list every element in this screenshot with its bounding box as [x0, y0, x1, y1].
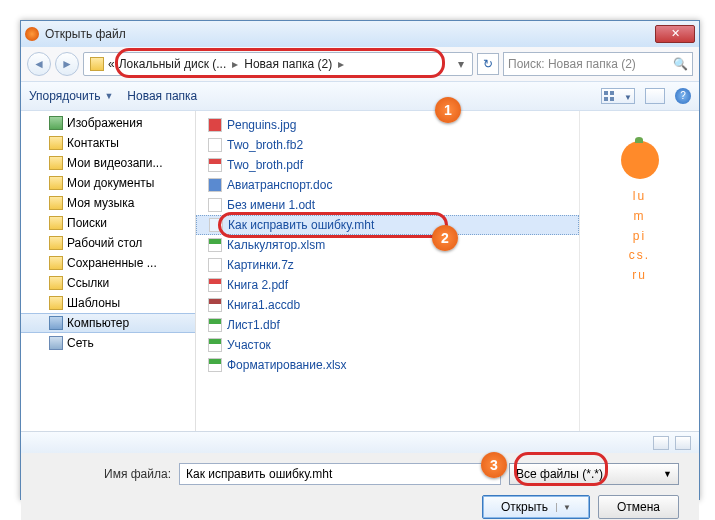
filename-input[interactable] [179, 463, 501, 485]
tree-node[interactable]: Изображения [21, 113, 195, 133]
file-name: Книга1.accdb [227, 298, 300, 312]
refresh-button[interactable]: ↻ [477, 53, 499, 75]
folder-icon [49, 196, 63, 210]
file-row[interactable]: Книга1.accdb [196, 295, 579, 315]
tree-node[interactable]: Моя музыка [21, 193, 195, 213]
folder-icon [49, 176, 63, 190]
tree-label: Мои видеозапи... [67, 156, 163, 170]
tree-node[interactable]: Контакты [21, 133, 195, 153]
file-icon [208, 118, 222, 132]
file-name: Форматирование.xlsx [227, 358, 347, 372]
file-row[interactable]: Форматирование.xlsx [196, 355, 579, 375]
status-bar [21, 431, 699, 453]
file-name: Участок [227, 338, 271, 352]
search-placeholder: Поиск: Новая папка (2) [508, 57, 636, 71]
file-icon [208, 338, 222, 352]
search-icon: 🔍 [673, 57, 688, 71]
help-button[interactable]: ? [675, 88, 691, 104]
tree-node[interactable]: Сохраненные ... [21, 253, 195, 273]
file-name: Без имени 1.odt [227, 198, 315, 212]
folder-icon [49, 336, 63, 350]
file-name: Two_broth.fb2 [227, 138, 303, 152]
cancel-button[interactable]: Отмена [598, 495, 679, 519]
new-folder-button[interactable]: Новая папка [127, 89, 197, 103]
breadcrumb-seg1[interactable]: Локальный диск (... [119, 57, 227, 71]
file-row[interactable]: Two_broth.fb2 [196, 135, 579, 155]
tree-node[interactable]: Поиски [21, 213, 195, 233]
file-open-dialog: Открыть файл ✕ ◄ ► « Локальный диск (...… [20, 20, 700, 500]
file-row[interactable]: Лист1.dbf [196, 315, 579, 335]
file-name: Книга 2.pdf [227, 278, 288, 292]
tree-label: Рабочий стол [67, 236, 142, 250]
chevron-right-icon: ▸ [336, 57, 346, 71]
drive-icon [90, 57, 104, 71]
titlebar: Открыть файл ✕ [21, 21, 699, 47]
file-icon [209, 218, 223, 232]
tree-node[interactable]: Шаблоны [21, 293, 195, 313]
folder-icon [49, 276, 63, 290]
folder-icon [49, 116, 63, 130]
tree-node[interactable]: Рабочий стол [21, 233, 195, 253]
back-button[interactable]: ◄ [27, 52, 51, 76]
tree-label: Моя музыка [67, 196, 134, 210]
tree-label: Шаблоны [67, 296, 120, 310]
file-name: Калькулятор.xlsm [227, 238, 325, 252]
open-button[interactable]: Открыть ▼ [482, 495, 590, 519]
file-icon [208, 138, 222, 152]
organize-button[interactable]: Упорядочить▼ [29, 89, 113, 103]
file-filter-dropdown[interactable]: Все файлы (*.*) ▼ [509, 463, 679, 485]
tree-label: Изображения [67, 116, 142, 130]
breadcrumb-root: « [108, 57, 115, 71]
folder-icon [49, 296, 63, 310]
breadcrumb-dropdown-icon[interactable]: ▾ [456, 57, 466, 71]
tree-node[interactable]: Сеть [21, 333, 195, 353]
chevron-down-icon: ▼ [556, 503, 571, 512]
file-row[interactable]: Penguins.jpg [196, 115, 579, 135]
tree-label: Мои документы [67, 176, 154, 190]
chevron-down-icon: ▼ [104, 91, 113, 101]
file-icon [208, 198, 222, 212]
preview-pane-button[interactable] [645, 88, 665, 104]
file-icon [208, 238, 222, 252]
file-icon [208, 318, 222, 332]
close-button[interactable]: ✕ [655, 25, 695, 43]
file-row[interactable]: Авиатранспорт.doc [196, 175, 579, 195]
breadcrumb[interactable]: « Локальный диск (... ▸ Новая папка (2) … [83, 52, 473, 76]
tree-node[interactable]: Компьютер [21, 313, 195, 333]
preview-pane: lu m pi cs. ru [579, 111, 699, 431]
file-list[interactable]: Penguins.jpgTwo_broth.fb2Two_broth.pdfАв… [196, 111, 579, 431]
watermark-icon [621, 141, 659, 179]
toolbar: Упорядочить▼ Новая папка ▼ ? [21, 81, 699, 111]
folder-icon [49, 136, 63, 150]
file-row[interactable]: Без имени 1.odt [196, 195, 579, 215]
tree-node[interactable]: Мои видеозапи... [21, 153, 195, 173]
tree-node[interactable]: Ссылки [21, 273, 195, 293]
forward-button[interactable]: ► [55, 52, 79, 76]
file-row[interactable]: Калькулятор.xlsm [196, 235, 579, 255]
folder-tree[interactable]: ИзображенияКонтактыМои видеозапи...Мои д… [21, 111, 196, 431]
file-row[interactable]: Участок [196, 335, 579, 355]
file-name: Картинки.7z [227, 258, 294, 272]
file-row[interactable]: Two_broth.pdf [196, 155, 579, 175]
view-mode-button[interactable]: ▼ [601, 88, 635, 104]
nav-row: ◄ ► « Локальный диск (... ▸ Новая папка … [21, 47, 699, 81]
search-input[interactable]: Поиск: Новая папка (2) 🔍 [503, 52, 693, 76]
folder-icon [49, 316, 63, 330]
breadcrumb-seg2[interactable]: Новая папка (2) [244, 57, 332, 71]
file-row[interactable]: Как исправить ошибку.mht [196, 215, 579, 235]
file-name: Как исправить ошибку.mht [228, 218, 374, 232]
file-icon [208, 158, 222, 172]
filename-row: Имя файла: Все файлы (*.*) ▼ [21, 453, 699, 489]
file-row[interactable]: Книга 2.pdf [196, 275, 579, 295]
file-row[interactable]: Картинки.7z [196, 255, 579, 275]
tree-label: Ссылки [67, 276, 109, 290]
chevron-down-icon: ▼ [663, 469, 672, 479]
file-name: Авиатранспорт.doc [227, 178, 332, 192]
firefox-icon [25, 27, 39, 41]
tree-label: Сохраненные ... [67, 256, 157, 270]
tree-node[interactable]: Мои документы [21, 173, 195, 193]
tiles-view-icon[interactable] [675, 436, 691, 450]
folder-icon [49, 236, 63, 250]
tree-label: Контакты [67, 136, 119, 150]
details-view-icon[interactable] [653, 436, 669, 450]
